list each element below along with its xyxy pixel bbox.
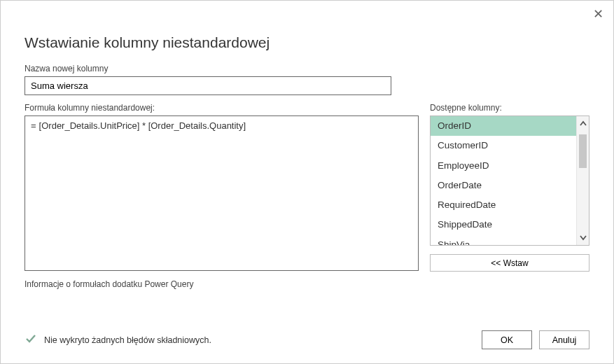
scrollbar[interactable] <box>576 116 589 245</box>
column-item[interactable]: OrderDate <box>431 176 576 195</box>
scroll-thumb[interactable] <box>579 134 587 168</box>
dialog-title: Wstawianie kolumny niestandardowej <box>25 34 589 51</box>
available-columns-label: Dostępne kolumny: <box>430 103 589 113</box>
column-item[interactable]: ShipVia <box>431 235 576 246</box>
check-icon <box>25 332 37 348</box>
column-item[interactable]: ShippedDate <box>431 215 576 234</box>
column-item[interactable]: RequiredDate <box>431 195 576 215</box>
formula-input[interactable]: [Order_Details.UnitPrice] * [Order_Detai… <box>39 116 418 270</box>
name-label: Nazwa nowej kolumny <box>25 64 589 74</box>
scroll-up-icon[interactable] <box>577 116 589 132</box>
insert-button[interactable]: << Wstaw <box>430 254 589 272</box>
formula-label: Formuła kolumny niestandardowej: <box>25 103 419 113</box>
ok-button[interactable]: OK <box>482 330 532 349</box>
column-item[interactable]: OrderID <box>431 116 576 136</box>
custom-column-dialog: ✕ Wstawianie kolumny niestandardowej Naz… <box>1 1 613 363</box>
scroll-down-icon[interactable] <box>577 230 589 245</box>
status-text: Nie wykryto żadnych błędów składniowych. <box>44 335 475 345</box>
close-icon[interactable]: ✕ <box>593 6 603 22</box>
available-columns-list: OrderIDCustomerIDEmployeeIDOrderDateRequ… <box>430 115 589 246</box>
column-name-input[interactable] <box>25 76 391 95</box>
powerquery-link[interactable]: Informacje o formułach dodatku Power Que… <box>25 279 419 289</box>
equals-sign: = <box>25 116 39 270</box>
column-item[interactable]: CustomerID <box>431 136 576 155</box>
formula-box: = [Order_Details.UnitPrice] * [Order_Det… <box>25 115 419 271</box>
scroll-track[interactable] <box>577 132 589 230</box>
column-item[interactable]: EmployeeID <box>431 156 576 176</box>
cancel-button[interactable]: Anuluj <box>539 330 589 349</box>
dialog-footer: Nie wykryto żadnych błędów składniowych.… <box>25 330 589 349</box>
